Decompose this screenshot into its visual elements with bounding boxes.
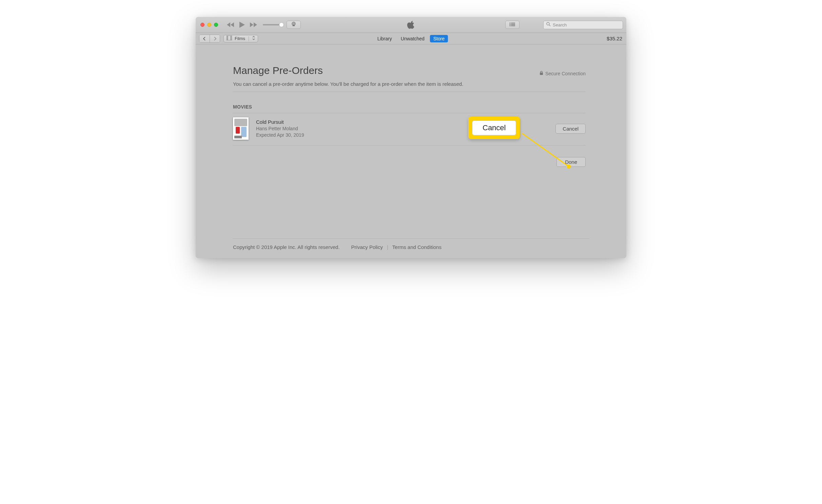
play-icon[interactable] — [239, 21, 245, 28]
svg-rect-7 — [511, 25, 515, 26]
svg-point-4 — [510, 24, 511, 25]
tab-library[interactable]: Library — [374, 35, 395, 42]
svg-rect-14 — [227, 38, 228, 38]
done-button[interactable]: Done — [556, 157, 586, 167]
volume-group — [263, 21, 301, 29]
search-icon — [546, 22, 551, 27]
titlebar-center — [407, 20, 415, 30]
sub-toolbar: Films Library Unwatched Store $35.22 — [196, 33, 626, 44]
search-input[interactable]: Search — [543, 21, 623, 29]
list-view-button[interactable] — [505, 21, 520, 29]
svg-rect-12 — [231, 36, 231, 40]
cancel-preorder-button[interactable]: Cancel — [555, 124, 586, 134]
fast-forward-icon[interactable] — [250, 22, 257, 27]
svg-rect-3 — [511, 23, 515, 23]
subtabs: Library Unwatched Store — [374, 35, 448, 42]
footer-separator: | — [387, 244, 388, 250]
svg-rect-16 — [231, 37, 232, 37]
airplay-button[interactable] — [287, 21, 301, 29]
footer-privacy-link[interactable]: Privacy Policy — [351, 244, 383, 250]
volume-slider[interactable] — [263, 24, 283, 25]
lock-icon — [540, 71, 543, 76]
tab-store[interactable]: Store — [430, 35, 448, 42]
footer-terms-link[interactable]: Terms and Conditions — [392, 244, 442, 250]
divider — [233, 92, 586, 92]
window-traffic-lights — [200, 23, 218, 27]
page-subtitle: You can cancel a pre-order anytime below… — [233, 81, 586, 87]
playback-controls — [227, 21, 257, 28]
preorder-row: Cold Pursuit Hans Petter Moland Expected… — [233, 113, 586, 144]
minimize-window-button[interactable] — [207, 23, 211, 27]
svg-point-2 — [510, 23, 511, 24]
svg-rect-11 — [228, 36, 228, 40]
list-icon — [509, 22, 515, 28]
section-movies-label: MOVIES — [233, 104, 586, 110]
chevron-updown-icon — [252, 36, 255, 41]
svg-point-6 — [510, 25, 511, 26]
airplay-icon — [291, 22, 296, 28]
svg-rect-17 — [231, 38, 232, 38]
close-window-button[interactable] — [200, 23, 204, 27]
secure-connection-label: Secure Connection — [540, 71, 586, 76]
svg-line-9 — [549, 25, 550, 26]
tab-unwatched[interactable]: Unwatched — [397, 35, 428, 42]
annotation-callout: Cancel — [468, 117, 520, 139]
divider — [233, 238, 589, 239]
footer: Copyright © 2019 Apple Inc. All rights r… — [196, 238, 626, 250]
nav-forward-button[interactable] — [210, 35, 220, 42]
itunes-window: Search Films — [196, 17, 626, 258]
search-placeholder: Search — [553, 22, 567, 27]
fullscreen-window-button[interactable] — [214, 23, 218, 27]
film-icon — [227, 36, 232, 41]
rewind-icon[interactable] — [227, 22, 234, 27]
apple-logo-icon — [407, 20, 415, 30]
account-balance[interactable]: $35.22 — [607, 36, 622, 41]
svg-rect-19 — [540, 73, 543, 75]
footer-copyright: Copyright © 2019 Apple Inc. All rights r… — [233, 244, 340, 250]
media-type-selector[interactable]: Films — [223, 35, 258, 42]
svg-point-8 — [547, 22, 549, 25]
svg-rect-15 — [227, 39, 228, 39]
page-title: Manage Pre-Orders — [233, 65, 323, 76]
svg-rect-13 — [227, 37, 228, 37]
svg-point-1 — [293, 23, 295, 25]
content-area: Manage Pre-Orders Secure Connection You … — [196, 44, 626, 258]
media-type-label: Films — [235, 36, 245, 41]
nav-buttons — [199, 35, 220, 43]
annotation-callout-label: Cancel — [472, 120, 516, 135]
movie-poster[interactable] — [233, 117, 249, 140]
nav-back-button[interactable] — [199, 35, 210, 42]
volume-thumb[interactable] — [279, 22, 284, 27]
titlebar: Search — [196, 17, 626, 33]
secure-text: Secure Connection — [545, 71, 586, 76]
svg-rect-5 — [511, 24, 515, 25]
svg-rect-18 — [231, 39, 232, 39]
